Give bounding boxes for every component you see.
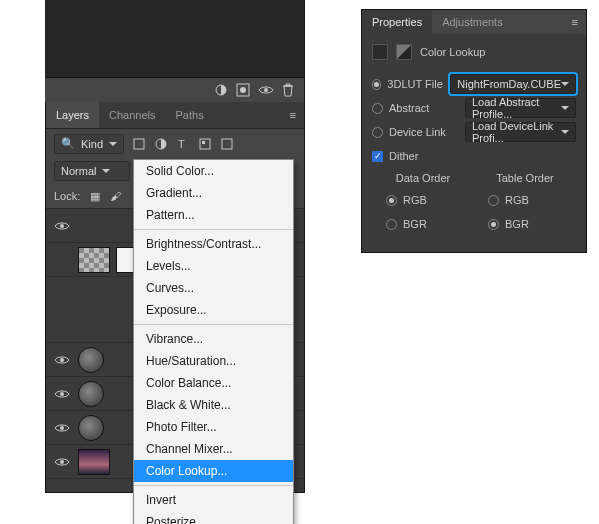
menu-item[interactable]: Color Balance... — [134, 372, 293, 394]
svg-point-12 — [60, 392, 64, 396]
svg-rect-4 — [134, 139, 144, 149]
row-3dlut: 3DLUT File NightFromDay.CUBE — [372, 72, 576, 96]
layer-filter-row: 🔍 Kind T — [46, 128, 304, 158]
menu-item[interactable]: Vibrance... — [134, 328, 293, 350]
label-device: Device Link — [389, 126, 459, 138]
filter-type-icon[interactable]: T — [176, 137, 190, 151]
properties-tabs: Properties Adjustments ≡ — [362, 10, 586, 34]
svg-point-2 — [240, 87, 246, 93]
tab-properties[interactable]: Properties — [362, 10, 432, 34]
grid-icon — [372, 44, 388, 60]
chevron-down-icon — [561, 106, 569, 114]
visibility-toggle[interactable] — [46, 388, 78, 400]
svg-point-10 — [60, 224, 64, 228]
trash-icon[interactable] — [282, 83, 294, 97]
chevron-down-icon — [561, 130, 569, 138]
label-bgr: BGR — [505, 218, 529, 230]
radio-3dlut[interactable] — [372, 79, 381, 90]
menu-item[interactable]: Black & White... — [134, 394, 293, 416]
label-rgb: RGB — [403, 194, 427, 206]
dropdown-device[interactable]: Load DeviceLink Profi... — [465, 122, 576, 142]
menu-item[interactable]: Exposure... — [134, 299, 293, 321]
menu-separator — [134, 485, 293, 486]
properties-body: Color Lookup 3DLUT File NightFromDay.CUB… — [362, 34, 586, 252]
lock-label: Lock: — [54, 190, 80, 202]
svg-point-11 — [60, 358, 64, 362]
filter-shape-icon[interactable] — [198, 137, 212, 151]
radio-data-rgb[interactable] — [386, 195, 397, 206]
adjustment-thumb — [78, 381, 104, 407]
svg-rect-8 — [202, 141, 205, 144]
lookup-icon — [396, 44, 412, 60]
chevron-down-icon — [561, 82, 569, 90]
checkbox-dither[interactable] — [372, 151, 383, 162]
dropdown-device-value: Load DeviceLink Profi... — [472, 120, 561, 144]
label-3dlut: 3DLUT File — [387, 78, 444, 90]
adjustment-thumb — [78, 347, 104, 373]
svg-rect-9 — [222, 139, 232, 149]
filter-pixel-icon[interactable] — [132, 137, 146, 151]
blend-mode-label: Normal — [61, 165, 96, 177]
document-canvas — [45, 0, 305, 78]
blend-mode-dropdown[interactable]: Normal — [54, 161, 130, 181]
tab-layers[interactable]: Layers — [46, 102, 99, 128]
menu-item[interactable]: Photo Filter... — [134, 416, 293, 438]
menu-item[interactable]: Color Lookup... — [134, 460, 293, 482]
menu-separator — [134, 324, 293, 325]
panel-menu-icon[interactable]: ≡ — [564, 16, 586, 28]
label-abstract: Abstract — [389, 102, 459, 114]
dropdown-abstract[interactable]: Load Abstract Profile... — [465, 98, 576, 118]
dropdown-abstract-value: Load Abstract Profile... — [472, 96, 561, 120]
dropdown-3dlut-file[interactable]: NightFromDay.CUBE — [450, 74, 576, 94]
visibility-toggle[interactable] — [46, 422, 78, 434]
menu-item[interactable]: Posterize... — [134, 511, 293, 524]
tab-paths[interactable]: Paths — [166, 102, 214, 128]
radio-table-bgr[interactable] — [488, 219, 499, 230]
svg-point-3 — [264, 88, 268, 92]
menu-item[interactable]: Invert — [134, 489, 293, 511]
layer-thumb — [78, 449, 110, 475]
menu-item[interactable]: Curves... — [134, 277, 293, 299]
row-dither: Dither — [372, 144, 576, 168]
data-order-col: Data Order RGB BGR — [372, 172, 474, 236]
menu-item[interactable]: Hue/Saturation... — [134, 350, 293, 372]
radio-data-bgr[interactable] — [386, 219, 397, 230]
label-bgr: BGR — [403, 218, 427, 230]
tab-channels[interactable]: Channels — [99, 102, 165, 128]
adjustment-icon[interactable] — [214, 83, 228, 97]
menu-item[interactable]: Solid Color... — [134, 160, 293, 182]
row-abstract: Abstract Load Abstract Profile... — [372, 96, 576, 120]
layer-thumb — [78, 247, 110, 273]
tab-adjustments[interactable]: Adjustments — [432, 10, 513, 34]
menu-item[interactable]: Pattern... — [134, 204, 293, 226]
radio-abstract[interactable] — [372, 103, 383, 114]
filter-adjust-icon[interactable] — [154, 137, 168, 151]
menu-item[interactable]: Levels... — [134, 255, 293, 277]
table-order-header: Table Order — [474, 172, 576, 184]
dropdown-3dlut-value: NightFromDay.CUBE — [457, 78, 561, 90]
visibility-toggle[interactable] — [46, 456, 78, 468]
properties-panel: Properties Adjustments ≡ Color Lookup 3D… — [361, 9, 587, 253]
filter-kind-dropdown[interactable]: 🔍 Kind — [54, 134, 124, 154]
radio-device[interactable] — [372, 127, 383, 138]
adjustment-layer-menu: Solid Color...Gradient...Pattern...Brigh… — [133, 159, 294, 524]
properties-title: Color Lookup — [420, 46, 485, 58]
lock-paint-icon[interactable]: 🖌 — [110, 190, 121, 202]
mask-icon[interactable] — [236, 83, 250, 97]
menu-item[interactable]: Gradient... — [134, 182, 293, 204]
radio-table-rgb[interactable] — [488, 195, 499, 206]
visibility-icon[interactable] — [258, 84, 274, 96]
layer-panel-toolbar — [45, 78, 305, 102]
lock-transparent-icon[interactable]: ▦ — [90, 190, 100, 203]
visibility-toggle[interactable] — [46, 220, 78, 232]
menu-item[interactable]: Brightness/Contrast... — [134, 233, 293, 255]
layers-tabs: Layers Channels Paths ≡ — [46, 102, 304, 128]
svg-point-14 — [60, 460, 64, 464]
menu-item[interactable]: Channel Mixer... — [134, 438, 293, 460]
visibility-toggle[interactable] — [46, 354, 78, 366]
filter-smart-icon[interactable] — [220, 137, 234, 151]
panel-menu-icon[interactable]: ≡ — [282, 109, 304, 121]
filter-kind-label: Kind — [81, 138, 103, 150]
label-dither: Dither — [389, 150, 418, 162]
search-icon: 🔍 — [61, 137, 75, 150]
